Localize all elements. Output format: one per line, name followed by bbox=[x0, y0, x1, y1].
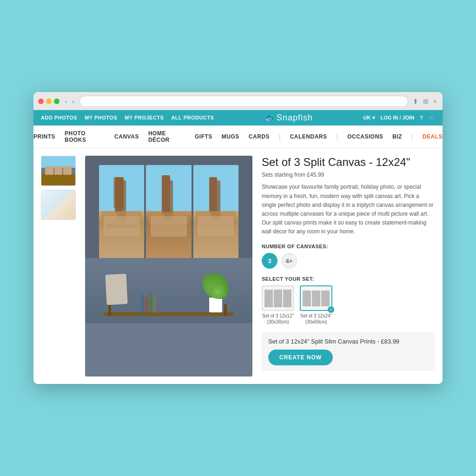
logo-text: Snapfish bbox=[277, 113, 313, 123]
help-icon[interactable]: ? bbox=[420, 115, 423, 120]
traffic-lights bbox=[38, 99, 60, 104]
thumbnail-1[interactable] bbox=[41, 156, 76, 186]
maximize-button[interactable] bbox=[54, 99, 60, 104]
set-square-sublabel: (30x30cm) bbox=[267, 319, 289, 325]
nav-divider: | bbox=[279, 133, 281, 140]
set-option-square[interactable]: Set of 3 12x12" (30x30cm) bbox=[262, 285, 294, 325]
price-box: Set of 3 12x24" Split Slim Canvas Prints… bbox=[262, 332, 435, 371]
top-nav-login[interactable]: LOG IN / JOIN bbox=[381, 115, 415, 120]
new-tab-icon[interactable]: ⊞ bbox=[422, 97, 430, 106]
nav-cards[interactable]: CARDS bbox=[249, 133, 270, 140]
top-nav-left: ADD PHOTOS MY PHOTOS MY PROJECTS ALL PRO… bbox=[41, 115, 214, 120]
create-now-button[interactable]: CREATE NOW bbox=[268, 350, 333, 365]
product-price: Sets starting from £45.99 bbox=[262, 172, 435, 178]
nav-home-decor[interactable]: HOME DÉCOR bbox=[148, 130, 185, 143]
content-area: Set of 3 Split Canvas - 12x24" Sets star… bbox=[33, 148, 443, 384]
set-wide-preview: ✓ bbox=[300, 285, 332, 311]
set-wide-sublabel: (30x60cm) bbox=[305, 319, 327, 325]
nav-calendars[interactable]: CALENDARS bbox=[290, 133, 327, 140]
nav-photo-books[interactable]: PHOTO BOOKS bbox=[65, 130, 105, 143]
nav-mugs[interactable]: MUGS bbox=[222, 133, 239, 140]
set-select-label: SELECT YOUR SET: bbox=[262, 276, 435, 282]
count-4plus[interactable]: 4+ bbox=[281, 253, 297, 269]
browser-chrome: ‹ › ⬆ ⊞ + bbox=[33, 92, 443, 110]
thumbnail-2[interactable] bbox=[41, 190, 76, 220]
nav-divider3: | bbox=[411, 133, 413, 140]
cart-icon[interactable]: 🛒 bbox=[429, 115, 435, 121]
price-box-text: Set of 3 12x24" Split Slim Canvas Prints… bbox=[268, 338, 429, 345]
top-nav-center: 🐟 Snapfish bbox=[264, 113, 313, 123]
browser-actions: ⬆ ⊞ + bbox=[412, 97, 438, 106]
top-nav-uk[interactable]: UK ▾ bbox=[364, 115, 375, 121]
top-nav-my-projects[interactable]: MY PROJECTS bbox=[125, 115, 164, 120]
count-3[interactable]: 3 bbox=[262, 253, 278, 269]
set-option-wide[interactable]: ✓ Set of 3 12x24" (30x60cm) bbox=[300, 285, 332, 325]
top-nav-right: UK ▾ LOG IN / JOIN ? 🛒 bbox=[364, 115, 435, 121]
set-square-label: Set of 3 12x12" bbox=[262, 313, 294, 319]
top-nav-add-photos[interactable]: ADD PHOTOS bbox=[41, 115, 77, 120]
nav-gifts[interactable]: GIFTS bbox=[195, 133, 212, 140]
canvas-triptych bbox=[99, 165, 238, 267]
browser-window: ‹ › ⬆ ⊞ + ADD PHOTOS MY PHOTOS MY PROJEC… bbox=[33, 92, 443, 384]
top-nav-my-photos[interactable]: MY PHOTOS bbox=[85, 115, 117, 120]
set-square-preview bbox=[262, 285, 294, 311]
selected-checkmark: ✓ bbox=[328, 306, 334, 313]
logo-fish-icon: 🐟 bbox=[264, 113, 274, 122]
top-nav: ADD PHOTOS MY PHOTOS MY PROJECTS ALL PRO… bbox=[33, 110, 443, 126]
product-details: Set of 3 Split Canvas - 12x24" Sets star… bbox=[262, 156, 435, 377]
url-bar[interactable] bbox=[79, 96, 408, 107]
close-button[interactable] bbox=[38, 99, 44, 104]
main-nav: PRINTS PHOTO BOOKS CANVAS HOME DÉCOR GIF… bbox=[33, 126, 443, 148]
top-nav-all-products[interactable]: ALL PRODUCTS bbox=[171, 115, 214, 120]
forward-button[interactable]: › bbox=[70, 97, 76, 106]
nav-occasions[interactable]: OCCASIONS bbox=[347, 133, 383, 140]
nav-canvas[interactable]: CANVAS bbox=[114, 133, 139, 140]
canvas-count-label: NUMBER OF CANVASES: bbox=[262, 244, 435, 249]
share-icon[interactable]: ⬆ bbox=[412, 97, 419, 106]
product-title: Set of 3 Split Canvas - 12x24" bbox=[262, 156, 435, 169]
back-button[interactable]: ‹ bbox=[63, 97, 69, 106]
thumbnail-list bbox=[41, 156, 76, 377]
nav-deals[interactable]: DEALS bbox=[423, 133, 443, 140]
set-options: Set of 3 12x12" (30x30cm) ✓ Set of 3 12x… bbox=[262, 285, 435, 325]
nav-prints[interactable]: PRINTS bbox=[33, 133, 55, 140]
add-tab-icon[interactable]: + bbox=[432, 97, 438, 106]
nav-divider2: | bbox=[337, 133, 338, 140]
set-wide-label: Set of 3 12x24" bbox=[300, 313, 332, 319]
canvas-count-options: 3 4+ bbox=[262, 253, 435, 269]
product-description: Showcase your favourite family portrait,… bbox=[262, 183, 435, 236]
nav-arrows: ‹ › bbox=[63, 97, 76, 106]
nav-biz[interactable]: BIZ bbox=[392, 133, 402, 140]
minimize-button[interactable] bbox=[46, 99, 52, 104]
main-product-image bbox=[85, 156, 252, 377]
